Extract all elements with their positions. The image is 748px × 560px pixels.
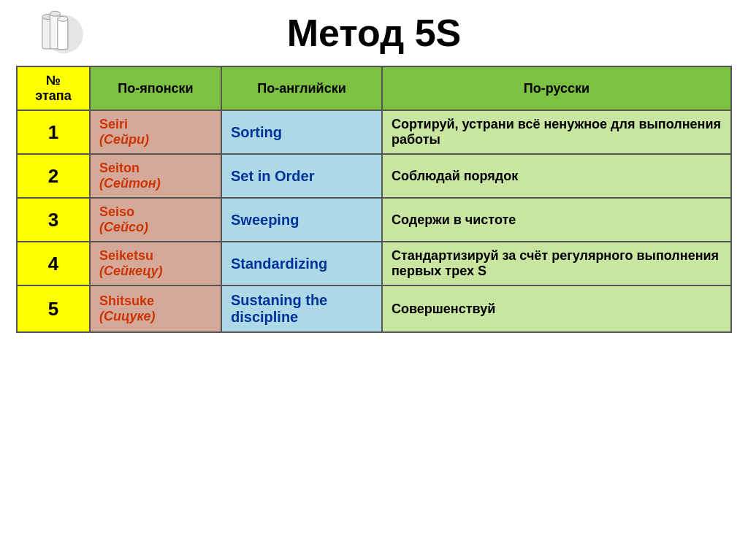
svg-point-6 <box>58 16 68 21</box>
col-header-en: По-английски <box>221 66 382 110</box>
cell-jp-3: Seiso(Сейсо) <box>90 198 221 242</box>
cell-num-5: 5 <box>17 285 90 332</box>
logo-icon <box>37 7 88 58</box>
svg-rect-5 <box>58 19 68 50</box>
cell-en-4: Standardizing <box>221 242 382 285</box>
table-row: 4Seiketsu(Сейкецу)StandardizingСтандарти… <box>17 242 731 285</box>
cell-en-5: Sustaning the discipline <box>221 285 382 332</box>
table-row: 3Seiso(Сейсо)SweepingСодержи в чистоте <box>17 198 731 242</box>
page-title: Метод 5S <box>287 11 461 55</box>
cell-en-2: Set in Order <box>221 154 382 198</box>
cell-num-2: 2 <box>17 154 90 198</box>
cell-en-1: Sorting <box>221 110 382 154</box>
cell-jp-4: Seiketsu(Сейкецу) <box>90 242 221 285</box>
col-header-num: № этапа <box>17 66 90 110</box>
method-table: № этапа По-японски По-английски По-русск… <box>16 66 732 333</box>
cell-num-1: 1 <box>17 110 90 154</box>
cell-jp-2: Seiton(Сейтон) <box>90 154 221 198</box>
table-row: 1Seiri(Сейри)SortingСортируй, устрани вс… <box>17 110 731 154</box>
cell-ru-5: Совершенствуй <box>382 285 731 332</box>
cell-ru-4: Стандартизируй за счёт регулярного выпол… <box>382 242 731 285</box>
cell-jp-1: Seiri(Сейри) <box>90 110 221 154</box>
cell-ru-2: Соблюдай порядок <box>382 154 731 198</box>
cell-ru-3: Содержи в чистоте <box>382 198 731 242</box>
table-row: 5Shitsuke(Сицуке)Sustaning the disciplin… <box>17 285 731 332</box>
col-header-jp: По-японски <box>90 66 221 110</box>
page-header: Метод 5S <box>15 7 733 58</box>
cell-num-3: 3 <box>17 198 90 242</box>
table-row: 2Seiton(Сейтон)Set in OrderСоблюдай поря… <box>17 154 731 198</box>
cell-num-4: 4 <box>17 242 90 285</box>
col-header-ru: По-русски <box>382 66 731 110</box>
cell-en-3: Sweeping <box>221 198 382 242</box>
svg-point-4 <box>50 11 60 16</box>
cell-jp-5: Shitsuke(Сицуке) <box>90 285 221 332</box>
cell-ru-1: Сортируй, устрани всё ненужное для выпол… <box>382 110 731 154</box>
table-header-row: № этапа По-японски По-английски По-русск… <box>17 66 731 110</box>
